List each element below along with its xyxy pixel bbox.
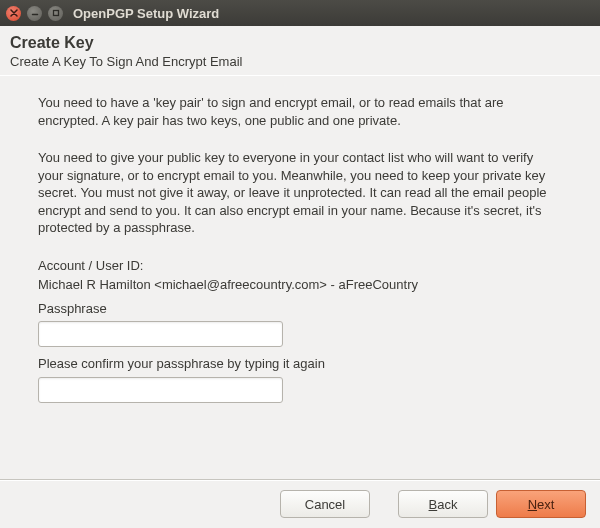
window-title: OpenPGP Setup Wizard	[73, 6, 219, 21]
maximize-icon[interactable]	[48, 6, 63, 21]
svg-rect-0	[53, 11, 58, 16]
passphrase-input[interactable]	[38, 321, 283, 347]
page-title: Create Key	[10, 34, 590, 52]
page-subtitle: Create A Key To Sign And Encrypt Email	[10, 54, 590, 69]
account-label: Account / User ID:	[38, 257, 562, 275]
close-icon[interactable]	[6, 6, 21, 21]
intro-paragraph-1: You need to have a 'key pair' to sign an…	[38, 94, 562, 129]
minimize-icon[interactable]	[27, 6, 42, 21]
wizard-body: You need to have a 'key pair' to sign an…	[0, 76, 600, 413]
intro-paragraph-2: You need to give your public key to ever…	[38, 149, 562, 237]
wizard-header: Create Key Create A Key To Sign And Encr…	[0, 26, 600, 75]
confirm-passphrase-label: Please confirm your passphrase by typing…	[38, 355, 562, 373]
wizard-footer: Cancel Back Next	[0, 479, 600, 528]
window-titlebar: OpenPGP Setup Wizard	[0, 0, 600, 26]
cancel-button-label: Cancel	[305, 497, 345, 512]
passphrase-label: Passphrase	[38, 300, 562, 318]
confirm-passphrase-input[interactable]	[38, 377, 283, 403]
account-value: Michael R Hamilton <michael@afreecountry…	[38, 276, 562, 294]
cancel-button[interactable]: Cancel	[280, 490, 370, 518]
next-button[interactable]: Next	[496, 490, 586, 518]
back-button[interactable]: Back	[398, 490, 488, 518]
